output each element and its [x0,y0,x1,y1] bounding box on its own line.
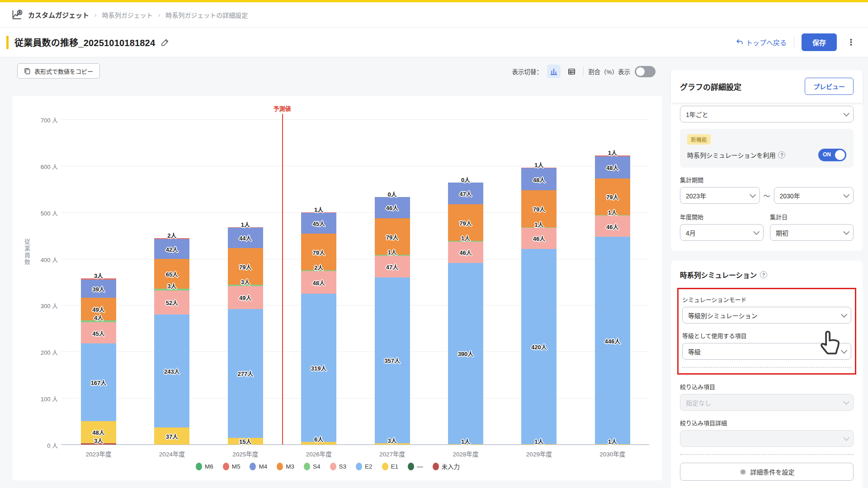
aggregation-day-label: 集計日 [770,212,854,221]
fiscal-start-label: 年度開始 [680,212,764,221]
bar-segment [521,228,557,249]
simulation-use-toggle[interactable]: ON [818,149,846,161]
bar-segment [301,212,336,213]
advanced-conditions-button[interactable]: 詳細条件を設定 [680,463,854,481]
filter-select: 指定なし [680,394,854,411]
chevron-down-icon [841,311,847,317]
legend-label: 未入力 [442,462,460,471]
edit-title-icon[interactable] [160,38,170,47]
view-switch-cluster: 表示切替： 割合（%）表示 [512,64,656,79]
help-icon[interactable]: ? [778,151,785,159]
preview-button[interactable]: プレビュー [805,78,854,95]
legend-item: — [408,463,423,470]
bar-segment [521,444,557,445]
gridline [61,212,649,213]
gridline [61,166,649,166]
save-button[interactable]: 保存 [802,33,837,51]
bar-segment [521,190,557,227]
interval-select[interactable]: 1年ごと [680,106,854,122]
filter-detail-label: 絞り込み項目詳細 [680,418,854,427]
kebab-menu-icon[interactable]: ⋮ [844,36,858,48]
gridline [61,259,649,259]
bar-segment [595,215,630,216]
legend-item: S3 [330,463,347,470]
chevron-down-icon [843,228,849,235]
general-settings-card: 1年ごと 新機能 時系列シミュレーションを利用 ? ON 集計期間 2023年 [671,103,863,251]
breadcrumb: カスタムガジェット › 時系列ガジェット › 時系列ガジェットの詳細設定 [0,2,868,28]
legend-label: M3 [286,463,294,470]
legend-label: E1 [391,463,399,470]
bar-segment [228,228,263,248]
bar-segment [375,197,410,218]
divider [583,66,584,76]
back-to-top-link[interactable]: トップへ戻る [736,38,787,47]
bar-segment [81,280,116,298]
bar-segment [595,178,630,215]
period-from-select[interactable]: 2023年 [680,187,760,204]
bar-segment [521,249,557,444]
forecast-label: 予測値 [264,104,300,113]
breadcrumb-item-timeseries-gadget[interactable]: 時系列ガジェット [102,10,153,19]
filter-label: 絞り込み項目 [680,382,854,391]
bar-segment [301,294,336,442]
table-view-button[interactable] [565,65,579,78]
breadcrumb-separator: › [158,11,160,19]
bar-segment [521,227,557,228]
legend-dot [433,463,439,470]
bar-segment [154,314,189,427]
help-icon[interactable]: ? [760,271,767,278]
legend-item: S4 [304,463,321,470]
bar-segment [301,213,336,234]
forecast-divider-line [282,114,283,445]
toggle-knob [636,67,645,76]
bar-segment [521,168,557,190]
y-axis-tick-label: 600 人 [18,162,58,171]
x-axis-label: 2028年度 [436,449,495,458]
app-window: カスタムガジェット › 時系列ガジェット › 時系列ガジェットの詳細設定 従業員… [0,0,868,488]
simulation-use-label: 時系列シミュレーションを利用 [687,150,775,160]
x-axis-label: 2030年度 [583,449,642,458]
legend-label: M5 [232,463,241,470]
bar-chart-view-button[interactable] [547,65,561,78]
display-switch-label: 表示切替： [512,67,542,76]
divider [794,37,794,48]
new-feature-badge: 新機能 [687,134,711,145]
bar-segment [595,216,630,237]
bar-segment [228,309,263,438]
percent-display-toggle[interactable] [635,66,656,77]
bar-segment [81,278,116,280]
bar-segment [154,239,189,258]
x-axis-label: 2026年度 [289,449,348,458]
gridline [61,119,649,120]
y-axis-tick-label: 0 人 [18,441,58,450]
legend-item: E2 [356,463,373,470]
simulation-section-title: 時系列シミュレーション [680,270,757,280]
bar-segment [81,443,116,445]
panel-header: グラフの詳細設定 プレビュー [671,70,863,103]
copy-table-values-button[interactable]: 表形式で数値をコピー [17,63,100,79]
new-feature-box: 新機能 時系列シミュレーションを利用 ? ON [680,129,854,168]
bar-segment [448,241,483,242]
bar-segment [595,155,630,156]
aggregation-day-select[interactable]: 期初 [770,224,854,241]
y-axis-tick-label: 700 人 [18,116,58,124]
x-axis-label: 2024年度 [142,449,201,458]
breadcrumb-item-custom-gadget[interactable]: カスタムガジェット [28,10,89,19]
bar-segment [448,263,483,444]
fiscal-start-select[interactable]: 4月 [680,224,764,241]
title-accent-bar [6,36,9,49]
bar-segment [595,156,630,178]
legend-dot [196,463,202,470]
bar-segment [154,427,189,445]
bar-segment [521,168,557,169]
bar-chart-icon [550,67,558,75]
gridline [61,305,649,305]
bar-segment [375,218,410,255]
period-to-select[interactable]: 2030年 [774,187,854,204]
y-axis-tick-label: 300 人 [18,301,58,310]
gridline [61,398,649,399]
simulation-mode-select[interactable]: 等級別シミュレーション [682,307,851,324]
bar-segment [448,444,483,445]
legend-label: S4 [313,463,321,470]
bar-segment [228,285,263,286]
